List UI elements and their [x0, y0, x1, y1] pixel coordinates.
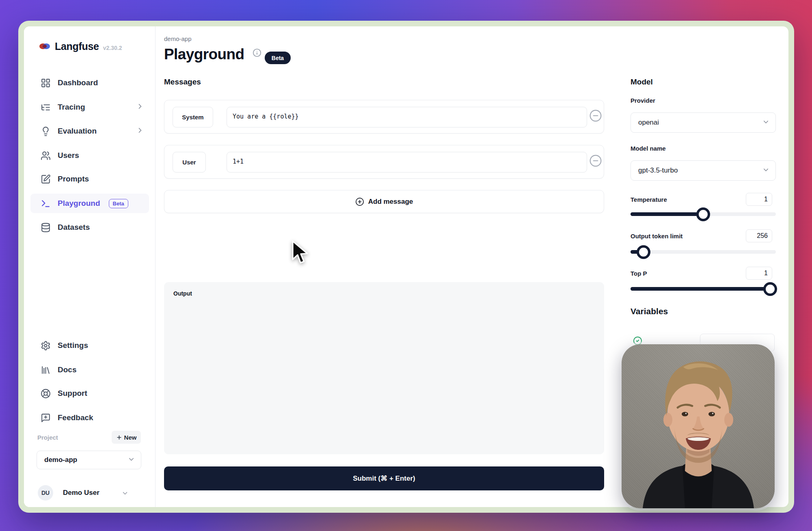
life-buoy-icon	[41, 389, 51, 399]
output-token-limit-slider-knob[interactable]	[637, 245, 650, 259]
top-p-value[interactable]: 1	[746, 267, 772, 280]
output-token-limit-slider[interactable]	[631, 250, 776, 254]
sidebar-item-evaluation[interactable]: Evaluation	[30, 121, 149, 141]
submit-label: Submit (⌘ + Enter)	[353, 474, 415, 483]
gear-icon	[41, 341, 51, 351]
user-name: Demo User	[63, 489, 99, 497]
sidebar: Langfuse v2.30.2 Dashboard Tracing Evalu…	[24, 26, 155, 507]
mouse-cursor	[290, 240, 308, 267]
sidebar-item-label: Feedback	[58, 413, 93, 422]
output-token-limit-label: Output token limit	[631, 233, 682, 240]
chevron-right-icon	[136, 102, 144, 112]
variables-section-title: Variables	[631, 307, 668, 316]
sidebar-item-tracing[interactable]: Tracing	[30, 97, 149, 117]
model-section-title: Model	[631, 78, 653, 86]
library-icon	[41, 365, 51, 375]
brand-name: Langfuse	[55, 41, 99, 52]
sidebar-item-prompts[interactable]: Prompts	[30, 169, 149, 189]
sidebar-item-label: Settings	[58, 341, 88, 350]
sidebar-item-datasets[interactable]: Datasets	[30, 218, 149, 237]
sidebar-item-users[interactable]: Users	[30, 146, 149, 165]
provider-select[interactable]: openai	[631, 112, 776, 133]
avatar-initials: DU	[41, 490, 50, 496]
temperature-value[interactable]: 1	[746, 193, 772, 206]
datasets-icon	[41, 222, 51, 233]
top-p-slider[interactable]	[631, 287, 776, 291]
temperature-slider-knob[interactable]	[696, 207, 710, 221]
submit-button[interactable]: Submit (⌘ + Enter)	[164, 466, 604, 490]
role-button-user[interactable]: User	[173, 152, 206, 173]
info-icon[interactable]	[253, 48, 261, 59]
sidebar-item-label: Playground	[58, 199, 100, 208]
add-message-button[interactable]: Add message	[164, 190, 604, 213]
model-name-select[interactable]: gpt-3.5-turbo	[631, 160, 776, 181]
sidebar-item-dashboard[interactable]: Dashboard	[30, 73, 149, 93]
temperature-label: Temperature	[631, 196, 667, 203]
plus-icon	[116, 434, 122, 440]
plus-circle-icon	[355, 197, 364, 206]
provider-select-value: openai	[638, 119, 659, 127]
top-p-label: Top P	[631, 270, 647, 277]
chevron-down-icon	[762, 118, 770, 127]
dashboard-icon	[41, 78, 51, 88]
brand: Langfuse v2.30.2	[39, 39, 122, 52]
new-project-button[interactable]: New	[112, 431, 141, 444]
user-menu-chevron-icon[interactable]	[121, 490, 129, 499]
model-name-select-value: gpt-3.5-turbo	[638, 166, 678, 175]
page-title: Playground	[164, 46, 244, 63]
chevron-down-icon	[762, 166, 770, 175]
messages-section-title: Messages	[164, 78, 201, 86]
message-row-user: User 1+1	[164, 145, 604, 179]
sidebar-item-label: Prompts	[58, 175, 89, 183]
beta-pill: Beta	[265, 52, 291, 64]
sidebar-item-label: Docs	[58, 365, 76, 374]
sidebar-item-feedback[interactable]: Feedback	[30, 408, 149, 427]
temperature-slider[interactable]	[631, 212, 776, 216]
sidebar-item-label: Tracing	[58, 103, 85, 112]
sidebar-item-support[interactable]: Support	[30, 384, 149, 403]
users-icon	[41, 151, 51, 161]
webcam-overlay	[622, 344, 775, 508]
top-p-slider-knob[interactable]	[763, 282, 777, 296]
sidebar-item-label: Datasets	[58, 223, 90, 232]
role-button-system[interactable]: System	[173, 107, 213, 127]
output-panel: Output	[164, 282, 604, 454]
add-message-label: Add message	[368, 198, 413, 206]
beta-badge: Beta	[109, 199, 128, 208]
presenter-person	[622, 344, 775, 508]
provider-label: Provider	[631, 97, 655, 104]
project-select[interactable]: demo-app	[37, 451, 141, 469]
playground-icon	[41, 199, 51, 209]
sidebar-item-settings[interactable]: Settings	[30, 336, 149, 355]
output-token-limit-value[interactable]: 256	[746, 229, 772, 242]
project-select-value: demo-app	[44, 456, 77, 464]
sidebar-item-label: Dashboard	[58, 78, 98, 87]
user-message-input[interactable]: 1+1	[227, 152, 587, 173]
chevron-down-icon	[127, 455, 135, 465]
system-message-input[interactable]: You are a {{role}}	[227, 107, 587, 127]
message-plus-icon	[41, 413, 51, 423]
evaluation-icon	[41, 126, 51, 136]
tracing-icon	[41, 102, 51, 112]
project-label: Project	[37, 434, 58, 441]
sidebar-item-label: Evaluation	[58, 127, 97, 136]
message-row-system: System You are a {{role}}	[164, 100, 604, 134]
new-project-label: New	[124, 434, 137, 441]
brand-version: v2.30.2	[103, 45, 122, 51]
model-name-label: Model name	[631, 145, 666, 152]
chevron-right-icon	[136, 126, 144, 136]
remove-message-icon[interactable]	[589, 154, 602, 169]
output-label: Output	[173, 290, 192, 297]
desktop-background: Langfuse v2.30.2 Dashboard Tracing Evalu…	[0, 0, 812, 531]
langfuse-logo-icon	[39, 41, 51, 53]
sidebar-item-label: Support	[58, 389, 87, 398]
breadcrumb[interactable]: demo-app	[164, 35, 192, 42]
remove-message-icon[interactable]	[589, 109, 602, 124]
sidebar-item-docs[interactable]: Docs	[30, 360, 149, 380]
avatar[interactable]: DU	[38, 485, 53, 501]
sidebar-item-label: Users	[58, 151, 79, 160]
sidebar-item-playground[interactable]: Playground Beta	[30, 194, 149, 213]
prompts-icon	[41, 174, 51, 184]
